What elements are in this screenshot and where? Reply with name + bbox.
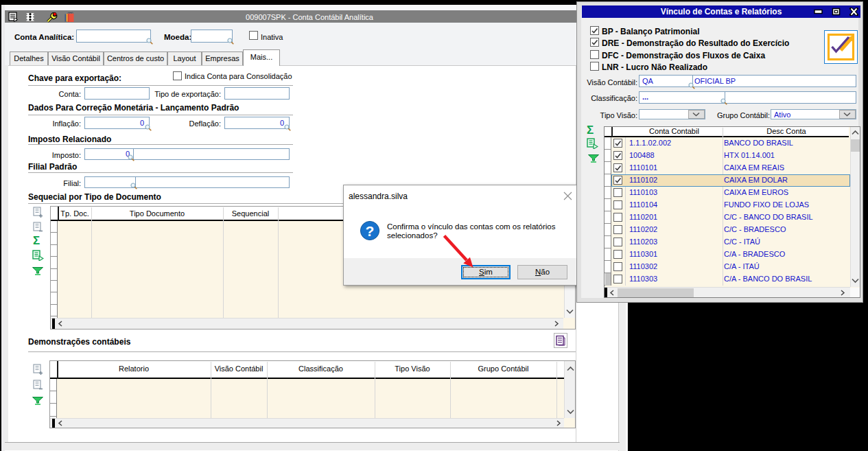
svg-text:?: ? [366, 223, 375, 239]
